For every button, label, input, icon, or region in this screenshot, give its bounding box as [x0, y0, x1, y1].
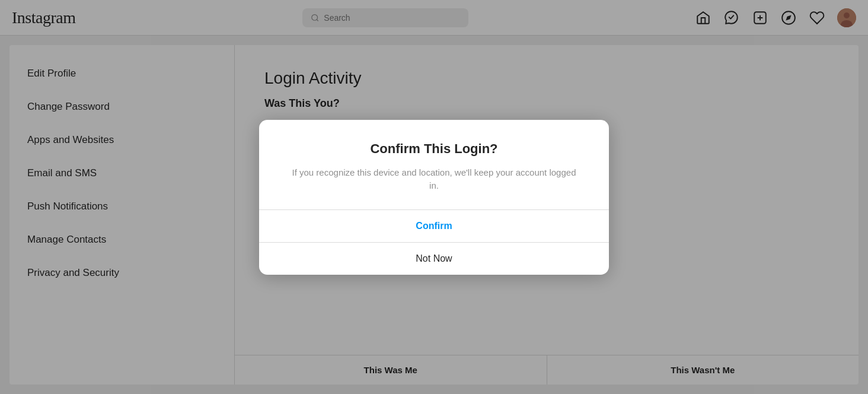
modal-overlay[interactable]: Confirm This Login? If you recognize thi…: [0, 0, 868, 394]
modal-confirm-button[interactable]: Confirm: [259, 210, 609, 242]
modal-title: Confirm This Login?: [289, 141, 579, 157]
modal-not-now-button[interactable]: Not Now: [259, 243, 609, 275]
modal-description: If you recognize this device and locatio…: [289, 166, 579, 193]
confirm-login-modal: Confirm This Login? If you recognize thi…: [259, 120, 609, 275]
modal-body: Confirm This Login? If you recognize thi…: [259, 120, 609, 209]
